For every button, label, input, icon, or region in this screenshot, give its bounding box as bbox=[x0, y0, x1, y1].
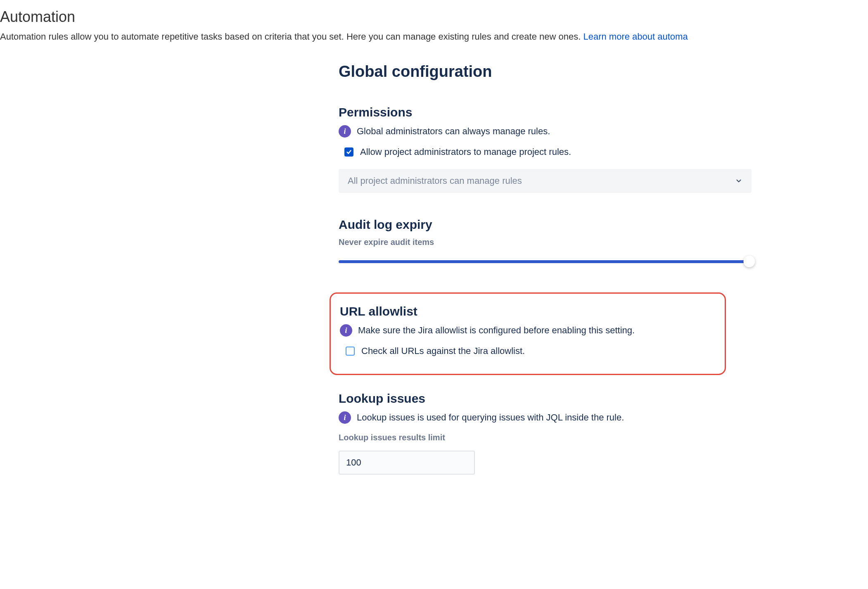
lookup-section: Lookup issues i Lookup issues is used fo… bbox=[339, 392, 752, 475]
description-text: Automation rules allow you to automate r… bbox=[0, 31, 583, 42]
lookup-title: Lookup issues bbox=[339, 392, 752, 406]
learn-more-link[interactable]: Learn more about automa bbox=[583, 31, 688, 42]
url-allowlist-highlight: URL allowlist i Make sure the Jira allow… bbox=[330, 292, 726, 375]
url-allowlist-title: URL allowlist bbox=[340, 304, 716, 318]
global-config-title: Global configuration bbox=[339, 63, 752, 81]
permissions-title: Permissions bbox=[339, 105, 752, 119]
lookup-limit-input[interactable] bbox=[339, 451, 475, 475]
url-allowlist-info-text: Make sure the Jira allowlist is configur… bbox=[358, 325, 635, 336]
permissions-section: Permissions i Global administrators can … bbox=[339, 105, 752, 193]
chevron-down-icon bbox=[735, 177, 742, 185]
checkbox-unchecked-icon[interactable] bbox=[346, 347, 355, 356]
check-urls-label: Check all URLs against the Jira allowlis… bbox=[361, 346, 525, 356]
audit-section: Audit log expiry Never expire audit item… bbox=[339, 218, 752, 268]
lookup-limit-label: Lookup issues results limit bbox=[339, 433, 752, 442]
allow-project-admins-label: Allow project administrators to manage p… bbox=[360, 147, 571, 157]
info-icon: i bbox=[340, 324, 352, 337]
slider-thumb[interactable] bbox=[743, 256, 755, 267]
page-title: Automation bbox=[0, 8, 868, 26]
slider-track bbox=[339, 260, 752, 263]
allow-project-admins-checkbox-row[interactable]: Allow project administrators to manage p… bbox=[344, 147, 752, 157]
audit-slider-label: Never expire audit items bbox=[339, 238, 752, 247]
audit-title: Audit log expiry bbox=[339, 218, 752, 232]
url-allowlist-info-row: i Make sure the Jira allowlist is config… bbox=[340, 324, 716, 337]
page-description: Automation rules allow you to automate r… bbox=[0, 31, 868, 42]
dropdown-value: All project administrators can manage ru… bbox=[348, 176, 522, 186]
audit-expiry-slider[interactable] bbox=[339, 255, 752, 268]
info-icon: i bbox=[339, 125, 351, 138]
permissions-info-row: i Global administrators can always manag… bbox=[339, 125, 752, 138]
lookup-info-row: i Lookup issues is used for querying iss… bbox=[339, 411, 752, 424]
project-admin-scope-dropdown[interactable]: All project administrators can manage ru… bbox=[339, 169, 752, 193]
lookup-info-text: Lookup issues is used for querying issue… bbox=[357, 412, 624, 423]
info-icon: i bbox=[339, 411, 351, 424]
permissions-info-text: Global administrators can always manage … bbox=[357, 126, 550, 137]
checkbox-checked-icon[interactable] bbox=[344, 147, 353, 157]
check-urls-checkbox-row[interactable]: Check all URLs against the Jira allowlis… bbox=[346, 346, 716, 356]
